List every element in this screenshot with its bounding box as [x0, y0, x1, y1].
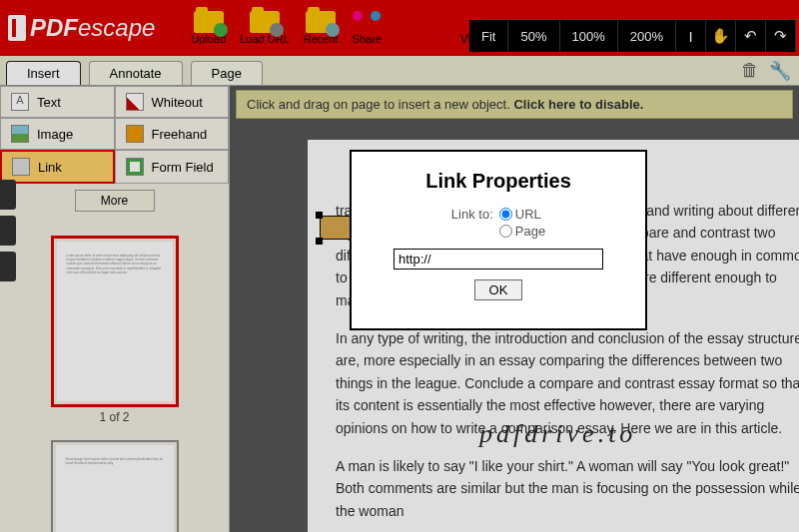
- redo-icon[interactable]: ↷: [766, 20, 796, 52]
- page-para-3: A man is likely to say "I like your shir…: [336, 455, 799, 522]
- zoom-200-button[interactable]: 200%: [618, 20, 676, 52]
- load-url-button[interactable]: Load URL: [240, 11, 290, 45]
- radio-url-label[interactable]: URL: [499, 207, 541, 222]
- link-to-label: Link to:: [451, 207, 493, 222]
- whiteout-icon: [126, 93, 144, 111]
- zoom-100-button[interactable]: 100%: [560, 20, 618, 52]
- share-icon: [353, 11, 381, 33]
- hint-bar[interactable]: Click and drag on page to insert a new o…: [236, 90, 793, 119]
- tool-formfield[interactable]: Form Field: [115, 150, 230, 184]
- more-button[interactable]: More: [75, 190, 155, 212]
- folder-upload-icon: [194, 11, 224, 33]
- tab-insert[interactable]: Insert: [6, 61, 81, 85]
- vtab-2[interactable]: [0, 216, 16, 246]
- thumbnail-page-2[interactable]: Second page lorem ipsum dolor sit amet t…: [51, 440, 179, 532]
- formfield-icon: [126, 158, 144, 176]
- tool-whiteout[interactable]: Whiteout: [115, 86, 230, 118]
- resize-handle-nw[interactable]: [316, 212, 323, 219]
- tool-text[interactable]: Text: [0, 86, 115, 118]
- thumb-1-wrap[interactable]: Lorem ipsum dolor sit amet consectetur a…: [51, 236, 179, 424]
- wrench-icon[interactable]: 🔧: [769, 60, 791, 82]
- zoom-fit-button[interactable]: Fit: [469, 20, 508, 52]
- watermark-text: pdfdrive.to: [479, 419, 636, 449]
- recent-button[interactable]: Recent: [304, 11, 339, 45]
- thumb-count-label: 1 of 2: [51, 407, 179, 424]
- link-icon: [12, 158, 30, 176]
- share-button[interactable]: Share: [353, 11, 382, 45]
- tool-grid: Text Whiteout Image Freehand Link Form F…: [0, 86, 229, 184]
- text-cursor-icon[interactable]: I: [676, 20, 706, 52]
- toolbar-actions: Upload Load URL Recent Share: [191, 11, 382, 45]
- page-thumbnails: Lorem ipsum dolor sit amet consectetur a…: [0, 218, 229, 532]
- load-url-label: Load URL: [240, 33, 290, 45]
- top-toolbar: PDFescape Upload Load URL Recent Share V…: [0, 0, 799, 56]
- zoom-bar: Fit 50% 100% 200% I ✋ ↶ ↷: [469, 20, 796, 52]
- dialog-title: Link Properties: [370, 170, 627, 193]
- hint-text: Click and drag on page to insert a new o…: [247, 97, 513, 112]
- sidebar: Text Whiteout Image Freehand Link Form F…: [0, 86, 230, 532]
- tool-tabs: Insert Annotate Page 🗑 🔧: [0, 56, 799, 86]
- trash-icon[interactable]: 🗑: [741, 60, 759, 82]
- radio-url[interactable]: [499, 208, 512, 221]
- logo-text: PDFescape: [30, 14, 155, 42]
- link-properties-dialog: Link Properties Link to: URL Page OK: [350, 150, 647, 330]
- url-input[interactable]: [394, 249, 603, 269]
- app-logo: PDFescape: [8, 14, 155, 42]
- vtab-3[interactable]: [0, 252, 16, 281]
- tool-image[interactable]: Image: [0, 118, 115, 150]
- folder-url-icon: [250, 11, 280, 33]
- radio-page[interactable]: [499, 225, 512, 238]
- tab-annotate[interactable]: Annotate: [89, 61, 183, 85]
- undo-icon[interactable]: ↶: [736, 20, 766, 52]
- hand-tool-icon[interactable]: ✋: [706, 20, 736, 52]
- freehand-icon: [126, 125, 144, 143]
- tab-page[interactable]: Page: [191, 61, 263, 85]
- zoom-50-button[interactable]: 50%: [508, 20, 559, 52]
- hint-disable-link[interactable]: Click here to disable.: [513, 97, 643, 112]
- thumbnail-page-1[interactable]: Lorem ipsum dolor sit amet consectetur a…: [51, 236, 179, 407]
- upload-button[interactable]: Upload: [191, 11, 226, 45]
- ok-button[interactable]: OK: [474, 279, 522, 300]
- vtab-1[interactable]: [0, 180, 16, 210]
- resize-handle-sw[interactable]: [316, 238, 323, 245]
- tool-link[interactable]: Link: [0, 150, 115, 184]
- text-icon: [11, 93, 29, 111]
- vertical-side-tabs: [0, 180, 16, 281]
- share-label: Share: [353, 33, 382, 45]
- tool-freehand[interactable]: Freehand: [115, 118, 230, 150]
- logo-mark-icon: [8, 15, 26, 41]
- folder-recent-icon: [306, 11, 336, 33]
- image-icon: [11, 125, 29, 143]
- radio-page-label[interactable]: Page: [499, 224, 545, 239]
